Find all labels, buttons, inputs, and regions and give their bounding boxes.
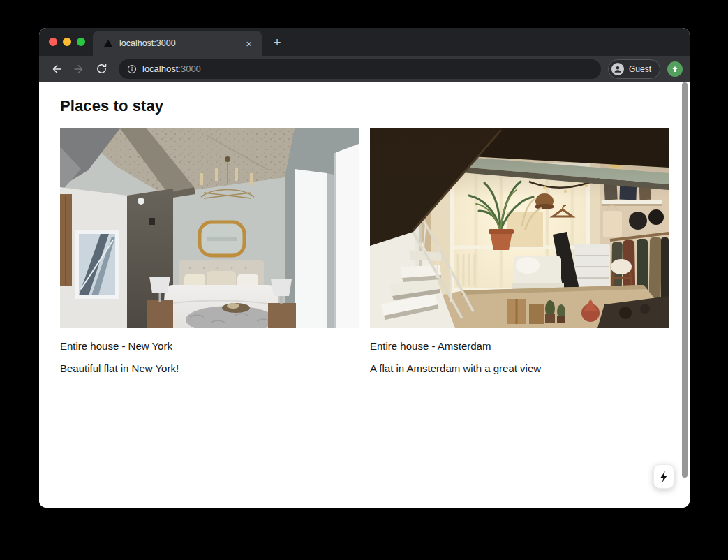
close-window-button[interactable]	[49, 38, 57, 46]
listing-title: Entire house - Amsterdam	[370, 340, 669, 352]
forward-arrow-icon	[73, 63, 85, 75]
reload-icon	[96, 63, 107, 75]
listing-card-amsterdam: Entire house - Amsterdam A flat in Amste…	[370, 128, 669, 374]
listing-image-new-york	[60, 128, 359, 328]
page-scrollbar[interactable]	[682, 82, 688, 478]
traffic-lights	[49, 38, 85, 46]
profile-label: Guest	[629, 64, 651, 74]
back-button[interactable]	[46, 59, 67, 79]
tab-title: localhost:3000	[119, 38, 243, 48]
url-host: localhost	[142, 64, 178, 74]
site-favicon-triangle-icon	[104, 40, 112, 47]
maximize-window-button[interactable]	[77, 38, 85, 46]
page-content: Places to stay	[39, 82, 690, 508]
browser-window: localhost:3000 × +	[39, 28, 690, 508]
listing-description: Beautiful flat in New York!	[60, 362, 359, 374]
listing-card-new-york: Entire house - New York Beautiful flat i…	[60, 128, 359, 374]
forward-button[interactable]	[68, 59, 89, 79]
site-info-icon[interactable]	[127, 64, 137, 74]
back-arrow-icon	[50, 63, 63, 75]
listing-image-amsterdam	[370, 128, 669, 328]
url-port: :3000	[178, 64, 201, 74]
browser-tab[interactable]: localhost:3000 ×	[93, 31, 262, 56]
page-title: Places to stay	[60, 97, 669, 115]
browser-toolbar: localhost:3000 Guest	[39, 56, 690, 82]
listing-description: A flat in Amsterdam with a great view	[370, 362, 669, 374]
browser-update-button[interactable]	[667, 61, 683, 77]
devtools-button[interactable]	[653, 464, 674, 489]
reload-button[interactable]	[91, 59, 112, 79]
arrow-up-icon	[671, 65, 679, 73]
minimize-window-button[interactable]	[63, 38, 71, 46]
listing-title: Entire house - New York	[60, 340, 359, 352]
address-url: localhost:3000	[142, 64, 201, 74]
listings-grid: Entire house - New York Beautiful flat i…	[60, 128, 669, 374]
lightning-bolt-icon	[659, 471, 669, 483]
profile-button[interactable]: Guest	[608, 59, 660, 79]
address-bar[interactable]: localhost:3000	[119, 59, 601, 79]
tab-close-icon[interactable]: ×	[243, 37, 255, 50]
tab-bar: localhost:3000 × +	[39, 28, 690, 56]
new-tab-button[interactable]: +	[268, 34, 286, 52]
guest-avatar-icon	[611, 63, 624, 75]
